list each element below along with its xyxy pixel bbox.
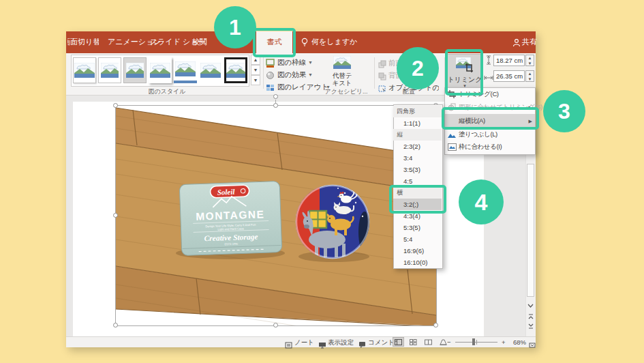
resize-handle-bottom-right[interactable] <box>433 323 438 328</box>
person-icon <box>512 38 521 50</box>
picture-styles-group-label: 図のスタイル <box>133 88 201 96</box>
accessibility-group-label: アクセシビリ... <box>320 88 372 96</box>
chevron-down-icon: ▼ <box>308 70 313 80</box>
menu-item-fill[interactable]: 塗りつぶし(L) <box>445 128 535 141</box>
picture-style-thumbnail[interactable] <box>199 57 222 83</box>
zoom-in-button[interactable]: + <box>502 338 506 347</box>
resize-handle-bottom-left[interactable] <box>113 323 118 328</box>
alt-text-label: 代替テキスト <box>330 72 354 87</box>
share-button[interactable]: 共有 <box>522 35 537 48</box>
shape-height-field[interactable]: 18.27 cm <box>493 55 525 66</box>
lightbulb-icon <box>301 38 309 50</box>
display-settings-icon <box>318 339 326 351</box>
storage-tin: Soleil MONTAGNE Design Your Life Style, … <box>179 181 282 255</box>
menu-item-fit[interactable]: 枠に合わせる(I) <box>445 141 535 154</box>
highlight-box-format-tab <box>253 28 296 57</box>
aspect-header-square: 四角形 <box>393 106 442 117</box>
tin-brand: Soleil <box>217 188 236 197</box>
picture-style-thumbnail[interactable] <box>149 57 172 83</box>
slide-sorter-view-button[interactable] <box>408 337 419 347</box>
gallery-scroll-down-button[interactable]: ▼ <box>251 65 260 75</box>
scrollbar-thumb[interactable] <box>527 164 534 297</box>
zoom-slider-notch <box>476 340 477 345</box>
fit-icon <box>445 141 459 154</box>
resize-handle-top-center[interactable] <box>273 103 278 108</box>
tab-transitions[interactable]: 画面切り替え <box>67 35 99 48</box>
chevron-down-icon: ▼ <box>308 57 313 68</box>
picture-effects-button[interactable]: 図の効果 <box>277 70 306 80</box>
comments-button[interactable]: コメント <box>368 338 395 347</box>
aspect-item-2-3[interactable]: 2:3(2) <box>393 141 442 152</box>
picture-border-icon <box>266 58 275 70</box>
scroll-down-button[interactable] <box>526 301 535 310</box>
highlight-box-crop-button <box>445 49 483 96</box>
picture-style-thumbnail[interactable] <box>73 57 96 83</box>
arrange-group-label: 配置 <box>388 88 429 96</box>
fill-icon <box>445 129 459 141</box>
fit-to-window-icon[interactable] <box>529 339 536 351</box>
step-1-badge: 1 <box>214 6 256 48</box>
zoom-percentage[interactable]: 68% <box>508 338 526 347</box>
comments-icon <box>358 339 366 351</box>
shape-height-icon <box>485 55 492 68</box>
selection-pane-icon <box>378 83 386 96</box>
notes-icon <box>285 339 292 351</box>
aspect-item-16-10[interactable]: 16:10(0) <box>393 257 442 268</box>
picture-effects-icon <box>266 70 275 83</box>
notes-button[interactable]: ノート <box>294 338 314 347</box>
bring-forward-icon <box>378 59 386 71</box>
aspect-item-3-5[interactable]: 3:5(3) <box>393 164 442 175</box>
tab-review[interactable]: 校閲 <box>192 35 207 48</box>
next-slide-button[interactable] <box>526 321 535 331</box>
aspect-item-5-3[interactable]: 5:3(5) <box>393 222 442 233</box>
resize-handle-middle-left[interactable] <box>113 213 118 218</box>
send-backward-icon <box>378 71 386 83</box>
step-4-badge: 4 <box>459 179 504 224</box>
display-settings-button[interactable]: 表示設定 <box>328 338 354 347</box>
aspect-item-16-9[interactable]: 16:9(6) <box>393 245 442 257</box>
gallery-more-button[interactable]: ▼ <box>251 75 260 85</box>
width-stepper[interactable]: ▲▼ <box>525 70 534 82</box>
normal-view-button[interactable] <box>393 337 404 347</box>
aspect-item-1-1[interactable]: 1:1(1) <box>393 117 442 129</box>
shape-width-field[interactable]: 26.35 cm <box>493 70 525 82</box>
previous-slide-button[interactable] <box>526 312 535 321</box>
picture-border-button[interactable]: 図の枠線 <box>277 57 306 68</box>
aspect-item-3-4[interactable]: 3:4 <box>393 152 442 164</box>
highlight-box-3-2-item <box>389 185 446 214</box>
zoom-slider-thumb[interactable] <box>472 338 475 345</box>
zoom-out-button[interactable]: − <box>447 338 451 347</box>
rotation-handle[interactable] <box>273 94 278 99</box>
step-3-badge: 3 <box>543 90 585 132</box>
resize-handle-bottom-center[interactable] <box>273 323 278 328</box>
height-stepper[interactable]: ▲▼ <box>525 55 534 66</box>
reading-view-button[interactable] <box>423 337 434 347</box>
picture-style-thumbnail[interactable] <box>224 57 247 83</box>
resize-handle-top-left[interactable] <box>113 103 118 108</box>
alt-text-button[interactable]: 代替テキスト <box>330 56 354 87</box>
tell-me-box[interactable]: 何をしますか <box>311 35 357 48</box>
tin-title: MONTAGNE <box>196 208 265 222</box>
aspect-item-5-4[interactable]: 5:4 <box>393 233 442 245</box>
picture-layout-icon <box>266 83 275 95</box>
alt-text-icon <box>333 59 351 71</box>
aspect-header-portrait: 縦 <box>393 129 442 141</box>
picture-style-thumbnail[interactable] <box>123 57 147 83</box>
shape-width-icon <box>484 72 493 84</box>
annotated-screenshot: 画面切り替え アニメーション スライド ショー 校閲 書式 何をしますか 共有 … <box>0 0 644 363</box>
picture-style-thumbnail[interactable] <box>174 57 197 83</box>
highlight-box-aspect-ratio <box>442 107 539 130</box>
tin-estd: ESTD 1990 <box>224 243 238 246</box>
picture-style-thumbnail[interactable] <box>98 57 121 83</box>
step-2-badge: 2 <box>397 47 439 89</box>
selected-picture[interactable]: Soleil MONTAGNE Design Your Life Style, … <box>116 106 436 325</box>
